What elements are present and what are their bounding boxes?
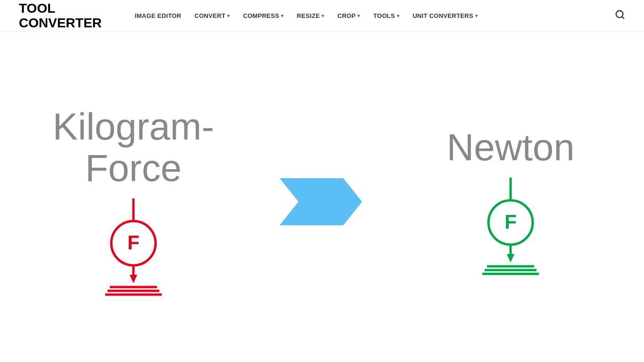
chevron-down-icon: ▾ (397, 13, 399, 18)
nav-convert[interactable]: CONVERT ▾ (190, 8, 235, 23)
logo-line2: CONVERTER (19, 16, 102, 31)
nav-tools[interactable]: TOOLS ▾ (369, 8, 404, 23)
main-nav: IMAGE EDITOR CONVERT ▾ COMPRESS ▾ RESIZE… (130, 8, 615, 23)
nav-unit-converters[interactable]: UNIT CONVERTERS ▾ (408, 8, 482, 23)
logo-line1: TOOL (19, 1, 102, 16)
source-force-icon: F (82, 198, 185, 297)
source-unit-title: Kilogram- Force (53, 106, 214, 189)
svg-text:F: F (504, 211, 517, 233)
chevron-down-icon: ▾ (357, 13, 360, 18)
target-unit-title: Newton (446, 127, 574, 168)
site-logo[interactable]: TOOL CONVERTER (19, 1, 102, 31)
source-unit-block: Kilogram- Force F (39, 106, 228, 297)
search-icon[interactable] (615, 9, 625, 22)
conversion-arrow (275, 173, 369, 230)
header: TOOL CONVERTER IMAGE EDITOR CONVERT ▾ CO… (0, 0, 644, 32)
svg-text:F: F (127, 231, 140, 254)
nav-image-editor[interactable]: IMAGE EDITOR (130, 8, 186, 23)
chevron-down-icon: ▾ (475, 13, 478, 18)
svg-line-1 (622, 16, 624, 18)
conversion-display: Kilogram- Force F (39, 106, 605, 297)
chevron-down-icon: ▾ (227, 13, 230, 18)
svg-marker-6 (130, 275, 137, 283)
nav-crop[interactable]: CROP ▾ (333, 8, 365, 23)
target-unit-block: Newton F (416, 127, 605, 277)
nav-compress[interactable]: COMPRESS ▾ (238, 8, 288, 23)
chevron-down-icon: ▾ (281, 13, 283, 18)
double-chevron-icon (275, 173, 369, 230)
svg-marker-14 (507, 254, 514, 263)
main-content: Kilogram- Force F (0, 32, 644, 362)
nav-resize[interactable]: RESIZE ▾ (292, 8, 329, 23)
chevron-down-icon: ▾ (322, 13, 324, 18)
target-force-icon: F (459, 178, 562, 277)
